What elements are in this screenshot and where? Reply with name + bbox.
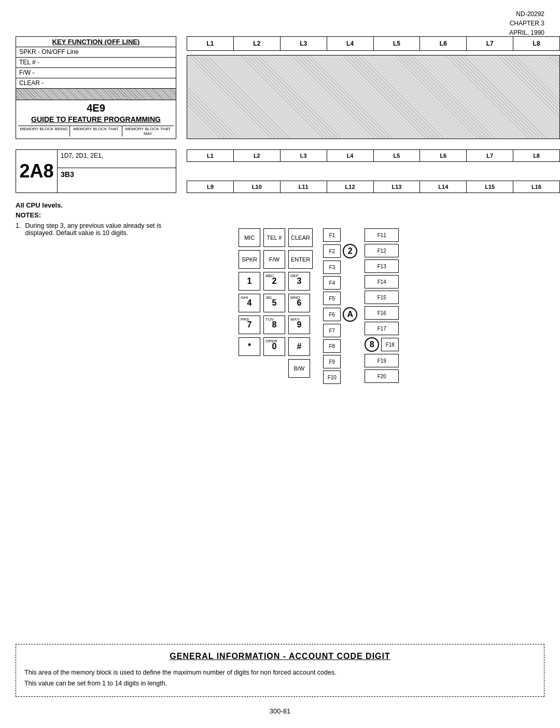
l9-bot[interactable]: L9 bbox=[187, 181, 234, 193]
mem-header-2: MEMORY BLOCK THAT bbox=[70, 126, 122, 136]
key-spkr[interactable]: SPKR bbox=[239, 250, 260, 269]
key-2[interactable]: ABC 2 bbox=[263, 272, 285, 291]
l4-top[interactable]: L4 bbox=[327, 37, 374, 50]
l12-bot[interactable]: L12 bbox=[327, 181, 374, 193]
key-7[interactable]: PRS 7 bbox=[239, 315, 260, 334]
key-tel[interactable]: TEL # bbox=[263, 228, 285, 247]
f14-btn[interactable]: F14 bbox=[365, 275, 399, 289]
key-3[interactable]: DEF 3 bbox=[288, 272, 310, 291]
f8-row: F8 bbox=[323, 339, 357, 353]
keypad-row5: PRS 7 TUV 8 WXY 9 bbox=[239, 315, 313, 334]
f3-btn[interactable]: F3 bbox=[323, 260, 341, 274]
f12-btn[interactable]: F12 bbox=[365, 244, 399, 257]
circle-8: 8 bbox=[365, 337, 379, 352]
f1-btn[interactable]: F1 bbox=[323, 228, 341, 242]
l16-bot[interactable]: L16 bbox=[513, 181, 559, 193]
header-line2: CHAPTER 3 bbox=[509, 19, 544, 28]
l3-mid[interactable]: L3 bbox=[281, 150, 327, 161]
l-mid-row: L1 L2 L3 L4 L5 L6 L7 L8 bbox=[187, 149, 560, 162]
spacer bbox=[187, 166, 560, 176]
l3-top[interactable]: L3 bbox=[281, 37, 327, 50]
key-5[interactable]: JKL 5 bbox=[263, 294, 285, 312]
l5-mid[interactable]: L5 bbox=[374, 150, 421, 161]
f5-btn[interactable]: F5 bbox=[323, 292, 341, 305]
f11-btn[interactable]: F11 bbox=[365, 228, 399, 242]
l15-bot[interactable]: L15 bbox=[467, 181, 513, 193]
l14-bot[interactable]: L14 bbox=[420, 181, 467, 193]
key-bw[interactable]: B/W bbox=[288, 359, 310, 378]
keypad-left: MIC TEL # CLEAR SPKR F/W ENTER bbox=[239, 228, 313, 384]
f2-btn[interactable]: F2 bbox=[323, 244, 341, 258]
memory-headers: MEMORY BLOCK BEING MEMORY BLOCK THAT MEM… bbox=[18, 126, 174, 136]
f8-btn[interactable]: F8 bbox=[323, 339, 341, 353]
keypad-row6: * OPER 0 # bbox=[239, 337, 313, 356]
key-1[interactable]: 1 bbox=[239, 272, 260, 291]
kf-row-enter bbox=[16, 89, 176, 100]
f20-row: F20 bbox=[365, 369, 399, 383]
key-clear[interactable]: CLEAR bbox=[288, 228, 313, 247]
l7-mid[interactable]: L7 bbox=[467, 150, 513, 161]
kf-row-clear: CLEAR - bbox=[16, 78, 176, 89]
f4-row: F4 bbox=[323, 276, 357, 290]
l7-top[interactable]: L7 bbox=[467, 37, 513, 50]
code-panel: 2A8 1D7, 2D1, 2E1, 3B3 bbox=[16, 149, 176, 193]
f6-btn[interactable]: F6 bbox=[323, 308, 341, 321]
f12-row: F12 bbox=[365, 244, 399, 257]
f7-row: F7 bbox=[323, 324, 357, 337]
key-star[interactable]: * bbox=[239, 337, 260, 356]
key-0[interactable]: OPER 0 bbox=[263, 337, 285, 356]
key-fw[interactable]: F/W bbox=[263, 250, 285, 269]
l5-top[interactable]: L5 bbox=[374, 37, 421, 50]
f13-btn[interactable]: F13 bbox=[365, 259, 399, 273]
circle-2: 2 bbox=[343, 244, 357, 258]
notes-section: All CPU levels. NOTES: 1. During step 3,… bbox=[16, 201, 176, 237]
f20-btn[interactable]: F20 bbox=[365, 369, 399, 383]
kf-row-spkr: SPKR - ON/OFF Line bbox=[16, 47, 176, 58]
l10-bot[interactable]: L10 bbox=[234, 181, 281, 193]
page-header: ND-20292 CHAPTER 3 APRIL, 1990 bbox=[509, 9, 544, 37]
f15-btn[interactable]: F15 bbox=[365, 291, 399, 304]
l8-mid[interactable]: L8 bbox=[513, 150, 559, 161]
mem-header-1: MEMORY BLOCK BEING bbox=[18, 126, 70, 136]
kf-row-tel: TEL # - bbox=[16, 58, 176, 68]
l2-mid[interactable]: L2 bbox=[234, 150, 281, 161]
l6-mid[interactable]: L6 bbox=[420, 150, 467, 161]
keypad-section: MIC TEL # CLEAR SPKR F/W ENTER bbox=[239, 228, 529, 384]
key-9[interactable]: WXY 9 bbox=[288, 315, 310, 334]
l11-bot[interactable]: L11 bbox=[281, 181, 327, 193]
f18-btn[interactable]: F18 bbox=[381, 338, 399, 351]
f10-btn[interactable]: F10 bbox=[323, 370, 341, 384]
code-sub: 1D7, 2D1, 2E1, 3B3 bbox=[58, 150, 176, 193]
f17-btn[interactable]: F17 bbox=[365, 322, 399, 335]
f16-btn[interactable]: F16 bbox=[365, 306, 399, 320]
f9-btn[interactable]: F9 bbox=[323, 355, 341, 368]
l13-bot[interactable]: L13 bbox=[374, 181, 421, 193]
l2-top[interactable]: L2 bbox=[234, 37, 281, 50]
f13-row: F13 bbox=[365, 259, 399, 273]
keypad-main: MIC TEL # CLEAR SPKR F/W ENTER bbox=[239, 228, 529, 384]
l1-top[interactable]: L1 bbox=[187, 37, 234, 50]
f1-row: F1 bbox=[323, 228, 357, 242]
header-line1: ND-20292 bbox=[509, 9, 544, 19]
key-4[interactable]: GHI 4 bbox=[239, 294, 260, 312]
f19-btn[interactable]: F19 bbox=[365, 354, 399, 367]
key-hash[interactable]: # bbox=[288, 337, 310, 356]
f5-row: F5 bbox=[323, 292, 357, 305]
middle-section: 2A8 1D7, 2D1, 2E1, 3B3 L1 L2 L3 L4 L5 L6… bbox=[16, 149, 560, 193]
key-enter[interactable]: ENTER bbox=[288, 250, 313, 269]
key-8[interactable]: TUV 8 bbox=[263, 315, 285, 334]
kf-bottom: 4E9 GUIDE TO FEATURE PROGRAMMING MEMORY … bbox=[16, 100, 176, 139]
key-6[interactable]: MNO 6 bbox=[288, 294, 310, 312]
key-mic[interactable]: MIC bbox=[239, 228, 260, 247]
notes-num-1: 1. bbox=[16, 222, 21, 237]
f18-row: 8 F18 bbox=[365, 337, 399, 352]
l8-top[interactable]: L8 bbox=[513, 37, 559, 50]
f-col-1-wrapper: F1 F2 2 F3 F4 F5 F6 A bbox=[323, 228, 357, 384]
notes-cpu-level: All CPU levels. bbox=[16, 201, 176, 209]
l6-top[interactable]: L6 bbox=[420, 37, 467, 50]
l1-mid[interactable]: L1 bbox=[187, 150, 234, 161]
f4-btn[interactable]: F4 bbox=[323, 276, 341, 290]
keypad-bw-row: B/W bbox=[239, 359, 313, 378]
f7-btn[interactable]: F7 bbox=[323, 324, 341, 337]
l4-mid[interactable]: L4 bbox=[327, 150, 374, 161]
